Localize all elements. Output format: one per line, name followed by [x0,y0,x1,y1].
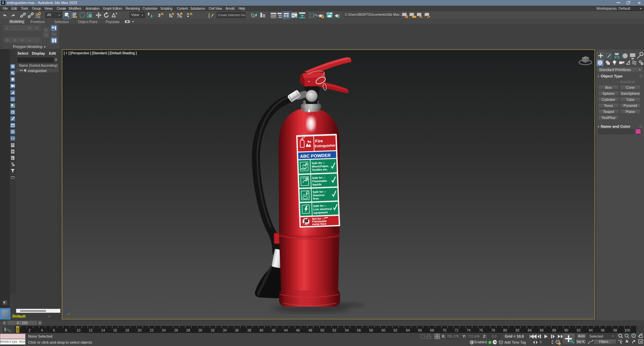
svg-text:Fire: Fire [315,138,323,143]
svg-text:E: E [12,157,13,160]
svg-text:Textiles etc.: Textiles etc. [312,168,328,172]
svg-text:A: A [305,162,308,166]
svg-text:C: C [306,191,309,195]
svg-text:equipment: equipment [313,211,328,215]
svg-text:Extinguisher: Extinguisher [315,143,335,148]
svg-text:3: 3 [158,13,160,18]
svg-text:{: { [208,13,210,18]
svg-text:fires: fires [313,197,319,200]
svg-text:metal fires: metal fires [312,222,327,226]
svg-text:liquids: liquids [312,183,322,186]
svg-text:B: B [306,177,308,181]
svg-text:Gaseous: Gaseous [313,193,325,197]
